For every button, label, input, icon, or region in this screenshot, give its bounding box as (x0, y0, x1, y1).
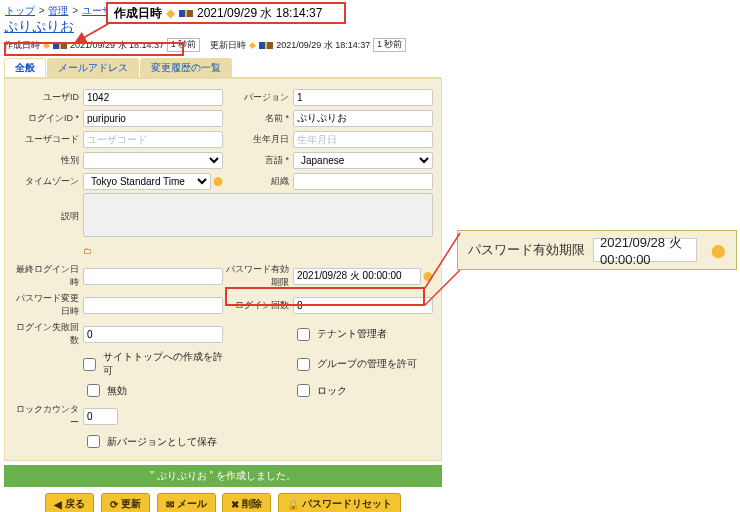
tab-mail[interactable]: メールアドレス (47, 58, 139, 77)
lbl-locked: ロック (317, 384, 347, 398)
locked-checkbox[interactable] (297, 384, 310, 397)
mail-button[interactable]: ✉メール (157, 493, 216, 512)
desc-textarea[interactable] (83, 193, 433, 237)
callout-created-value: 2021/09/29 水 18:14:37 (197, 5, 322, 22)
gender-select[interactable] (83, 152, 223, 169)
tenant-mgr-checkbox[interactable] (297, 328, 310, 341)
timezone-select[interactable]: Tokyo Standard Time (83, 173, 211, 190)
lbl-birth: 生年月日 (223, 133, 293, 146)
allow-sitetop-checkbox[interactable] (83, 358, 96, 371)
user-icon: ◆ (166, 6, 175, 20)
lock-icon: 🔒 (287, 499, 299, 510)
warning-icon: ⬤ (711, 243, 726, 258)
allow-group-checkbox[interactable] (297, 358, 310, 371)
callout-pwexp: パスワード有効期限 2021/09/28 火 00:00:00 ⬤ (457, 230, 737, 270)
button-bar: ◀戻る ⟳更新 ✉メール ✖削除 🔒パスワードリセット (4, 493, 442, 512)
warning-icon: ⬤ (213, 176, 223, 186)
lbl-lockcnt: ロックカウンター (13, 403, 83, 429)
lbl-company: 組織 (223, 175, 293, 188)
update-button[interactable]: ⟳更新 (101, 493, 150, 512)
lbl-user-id: ユーザID (13, 91, 83, 104)
version-field[interactable] (293, 89, 433, 106)
created-value: 2021/09/29 水 18:14:37 (70, 39, 164, 52)
failcnt-field[interactable] (83, 326, 223, 343)
delete-button[interactable]: ✖削除 (222, 493, 271, 512)
pwexp-field[interactable] (293, 268, 421, 285)
lbl-pwexp: パスワード有効期限 (223, 263, 293, 289)
lbl-version: バージョン (223, 91, 293, 104)
lbl-desc: 説明 (13, 210, 83, 223)
updated-label: 更新日時 (210, 39, 246, 52)
lbl-logincnt: ログイン回数 (223, 299, 293, 312)
lbl-name: 名前 * (223, 112, 293, 125)
tab-bar: 全般 メールアドレス 変更履歴の一覧 (4, 58, 442, 78)
save-new-version-checkbox[interactable] (87, 435, 100, 448)
user-code-field[interactable] (83, 131, 223, 148)
lbl-allow-sitetop: サイトトップへの作成を許可 (103, 350, 223, 378)
disabled-checkbox[interactable] (87, 384, 100, 397)
company-field[interactable] (293, 173, 433, 190)
pwreset-button[interactable]: 🔒パスワードリセット (278, 493, 401, 512)
lbl-pwchg: パスワード変更日時 (13, 292, 83, 318)
back-button[interactable]: ◀戻る (45, 493, 94, 512)
bc-top[interactable]: トップ (5, 5, 35, 16)
back-icon: ◀ (54, 499, 62, 510)
lbl-last-login: 最終ログイン日時 (13, 263, 83, 289)
lbl-login-id: ログインID * (13, 112, 83, 125)
lbl-gender: 性別 (13, 154, 83, 167)
last-login-field[interactable] (83, 268, 223, 285)
avatar-icon (179, 10, 193, 17)
updated-value: 2021/09/29 水 18:14:37 (276, 39, 370, 52)
refresh-icon: ⟳ (110, 499, 118, 510)
callout-created: 作成日時 ◆ 2021/09/29 水 18:14:37 (106, 2, 346, 24)
general-panel: ユーザID バージョン ログインID * 名前 * ユーザコード 生年月日 性別… (4, 78, 442, 461)
lbl-disabled: 無効 (107, 384, 127, 398)
user-id-field[interactable] (83, 89, 223, 106)
birth-field[interactable] (293, 131, 433, 148)
lbl-tenant-mgr: テナント管理者 (317, 327, 387, 341)
updated-ago: 1 秒前 (373, 38, 406, 52)
callout-pwexp-value: 2021/09/28 火 00:00:00 (593, 238, 697, 262)
lbl-failcnt: ログイン失敗回数 (13, 321, 83, 347)
pwchg-field[interactable] (83, 297, 223, 314)
logincnt-field[interactable] (293, 297, 433, 314)
lbl-allow-group: グループの管理を許可 (317, 357, 417, 371)
flash-message: " ぷりぷりお " を作成しました。 (4, 465, 442, 487)
created-ago: 1 秒前 (167, 38, 200, 52)
login-id-field[interactable] (83, 110, 223, 127)
lockcnt-field[interactable] (83, 408, 118, 425)
name-field[interactable] (293, 110, 433, 127)
user-icon: ◆ (249, 40, 256, 50)
lbl-save-new-version: 新バージョンとして保存 (107, 435, 217, 449)
lang-select[interactable]: Japanese (293, 152, 433, 169)
callout-created-label: 作成日時 (114, 5, 162, 22)
bc-mgmt[interactable]: 管理 (48, 5, 68, 16)
avatar-icon (259, 42, 273, 49)
lbl-lang: 言語 * (223, 154, 293, 167)
tab-general[interactable]: 全般 (4, 58, 46, 77)
user-icon: ◆ (43, 40, 50, 50)
mail-icon: ✉ (166, 499, 174, 510)
avatar-icon (53, 42, 67, 49)
close-icon: ✖ (231, 499, 239, 510)
lbl-user-code: ユーザコード (13, 133, 83, 146)
tab-history[interactable]: 変更履歴の一覧 (140, 58, 232, 77)
warning-icon: ⬤ (423, 271, 433, 281)
created-label: 作成日時 (4, 39, 40, 52)
browse-icon[interactable]: 🗀 (83, 246, 92, 256)
callout-pwexp-label: パスワード有効期限 (468, 241, 585, 259)
lbl-timezone: タイムゾーン (13, 175, 83, 188)
